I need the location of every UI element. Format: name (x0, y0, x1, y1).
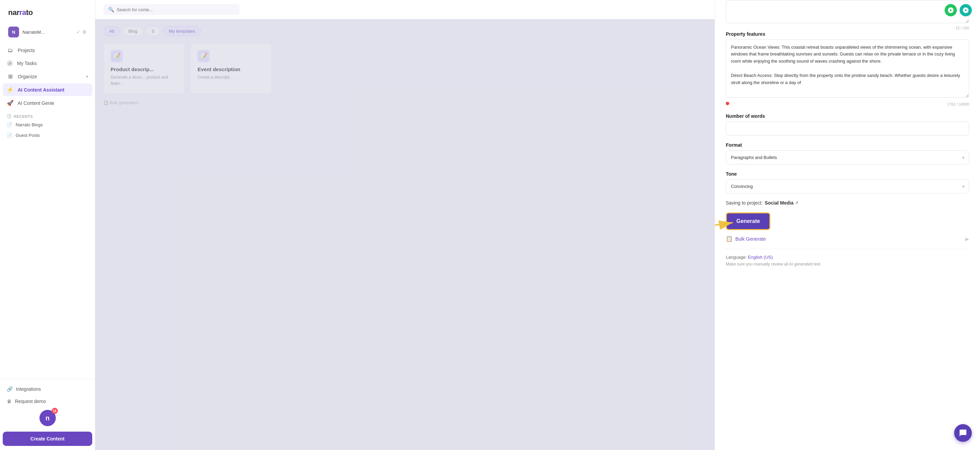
integrations-icon: 🔗 (7, 386, 13, 392)
username: NarratoM... (22, 30, 73, 35)
format-section: Format Paragraphs and Bullets Paragraphs… (726, 142, 969, 164)
format-select[interactable]: Paragraphs and Bullets Paragraphs Bullet… (726, 150, 969, 164)
property-features-char-count: 1762 / 10000 (947, 102, 969, 106)
user-menu[interactable]: N NarratoM... ✓ ⚙ (3, 24, 92, 40)
short-description-textarea[interactable] (726, 0, 969, 23)
short-desc-char-count: 12 / 150 (726, 26, 969, 30)
property-features-textarea[interactable]: Panoramic Ocean Views: This coastal retr… (726, 40, 969, 98)
generate-button[interactable]: Generate (726, 212, 770, 230)
sidebar-item-ai-content-assistant[interactable]: ⚡ AI Content Assistant (3, 83, 92, 96)
right-panel: 12 / 150 Property features Panoramic Oce… (714, 0, 980, 450)
saving-row: Saving to project: Social Media ↗ (726, 200, 969, 206)
saving-label: Saving to project: (726, 200, 762, 206)
guest-posts-label: Guest Posts (16, 133, 40, 138)
project-name: Social Media (765, 200, 794, 206)
overlay (95, 19, 714, 450)
number-of-words-label: Number of words (726, 113, 969, 119)
format-select-wrap: Paragraphs and Bullets Paragraphs Bullet… (726, 150, 969, 164)
property-features-label: Property features (726, 31, 969, 37)
recents-section: 🕐 Recents (3, 110, 92, 120)
language-label: Language: (726, 255, 746, 260)
narrato-blogs-label: Narrato Blogs (16, 122, 43, 127)
organize-icon: ⊞ (7, 73, 14, 80)
topbar: 🔍 (95, 0, 714, 19)
edit-link-icon: ↗ (795, 201, 798, 205)
sidebar-item-organize[interactable]: ⊞ Organize ▾ (3, 70, 92, 83)
user-actions: ✓ ⚙ (76, 29, 87, 35)
avatar-green (945, 4, 957, 16)
search-bar[interactable]: 🔍 (103, 4, 240, 15)
main-nav: 🗂 Projects ✓ My Tasks ⊞ Organize ▾ ⚡ AI … (0, 43, 95, 379)
integrations-label: Integrations (16, 386, 41, 392)
property-features-section: Property features Panoramic Ocean Views:… (726, 31, 969, 107)
bulk-icon: 📋 (726, 236, 733, 242)
search-icon: 🔍 (108, 7, 114, 12)
language-row: Language: English (US) (726, 255, 969, 260)
ai-assistant-icon: ⚡ (7, 86, 14, 93)
ai-assistant-label: AI Content Assistant (18, 87, 64, 93)
sidebar-bottom: 🔗 Integrations 🖥 Request demo n 16 Creat… (0, 379, 95, 450)
red-dot (726, 101, 729, 107)
projects-icon: 🗂 (7, 47, 14, 53)
tone-label: Tone (726, 171, 969, 177)
organize-label: Organize (18, 74, 37, 79)
search-input[interactable] (117, 7, 235, 12)
my-tasks-label: My Tasks (17, 61, 37, 66)
tone-section: Tone Convincing Formal Casual Enthusiast… (726, 171, 969, 193)
format-label: Format (726, 142, 969, 148)
sidebar-item-guest-posts[interactable]: 📄 Guest Posts (3, 130, 92, 140)
app-logo: narrato (8, 8, 87, 17)
language-link[interactable]: English (US) (748, 255, 773, 260)
saving-project-link[interactable]: Social Media ↗ (765, 200, 798, 206)
settings-icon[interactable]: ⚙ (82, 29, 87, 35)
notification-badge: 16 (52, 408, 58, 414)
main-area: 🔍 All Blog S My templates 📝 Product desc… (95, 0, 714, 450)
sidebar-item-integrations[interactable]: 🔗 Integrations (3, 383, 92, 395)
avatar-teal (959, 4, 972, 16)
sidebar-item-projects[interactable]: 🗂 Projects (3, 44, 92, 56)
generate-area: Generate (726, 212, 770, 230)
panel-content: Property features Panoramic Ocean Views:… (715, 31, 980, 278)
monitor-icon: 🖥 (7, 399, 11, 404)
sidebar: narrato N NarratoM... ✓ ⚙ 🗂 Projects ✓ M… (0, 0, 95, 450)
sidebar-item-request-demo[interactable]: 🖥 Request demo (3, 396, 92, 407)
create-content-wrapper: n 16 Create Content (3, 410, 92, 446)
tone-select-wrap: Convincing Formal Casual Enthusiastic In… (726, 179, 969, 193)
doc-icon-1: 📄 (7, 122, 12, 127)
number-of-words-input[interactable]: 200 (726, 121, 969, 136)
ai-genie-icon: 🚀 (7, 100, 14, 106)
disclaimer-text: Make sure you manually review all AI gen… (726, 262, 969, 266)
ai-genie-label: AI Content Genie (18, 101, 54, 106)
sidebar-item-my-tasks[interactable]: ✓ My Tasks (3, 57, 92, 69)
sidebar-item-ai-content-genie[interactable]: 🚀 AI Content Genie (3, 97, 92, 109)
organize-chevron-icon: ▾ (86, 74, 88, 79)
projects-label: Projects (18, 48, 35, 53)
tone-select[interactable]: Convincing Formal Casual Enthusiastic In… (726, 179, 969, 193)
short-desc-section: 12 / 150 (715, 0, 980, 30)
panel-footer: Language: English (US) Make sure you man… (726, 249, 969, 266)
avatar-icons (945, 4, 972, 16)
check-icon[interactable]: ✓ (76, 29, 80, 35)
sidebar-item-narrato-blogs[interactable]: 📄 Narrato Blogs (3, 120, 92, 130)
avatar: N (8, 27, 19, 37)
bulk-generate-link[interactable]: Bulk Generate (735, 236, 766, 242)
chat-fab[interactable] (954, 424, 972, 442)
n-fab-button[interactable]: n 16 (40, 410, 56, 426)
tasks-icon: ✓ (7, 60, 13, 66)
clock-icon: 🕐 (7, 114, 12, 118)
create-content-button[interactable]: Create Content (3, 432, 92, 446)
request-demo-label: Request demo (15, 399, 46, 404)
logo-area: narrato (0, 0, 95, 24)
doc-icon-2: 📄 (7, 133, 12, 138)
content-area: All Blog S My templates 📝 Product descri… (95, 19, 714, 450)
bulk-arrow-icon: ▶ (966, 236, 969, 242)
bulk-generate-row: 📋 Bulk Generate ▶ (726, 236, 969, 242)
number-of-words-section: Number of words 200 (726, 113, 969, 136)
